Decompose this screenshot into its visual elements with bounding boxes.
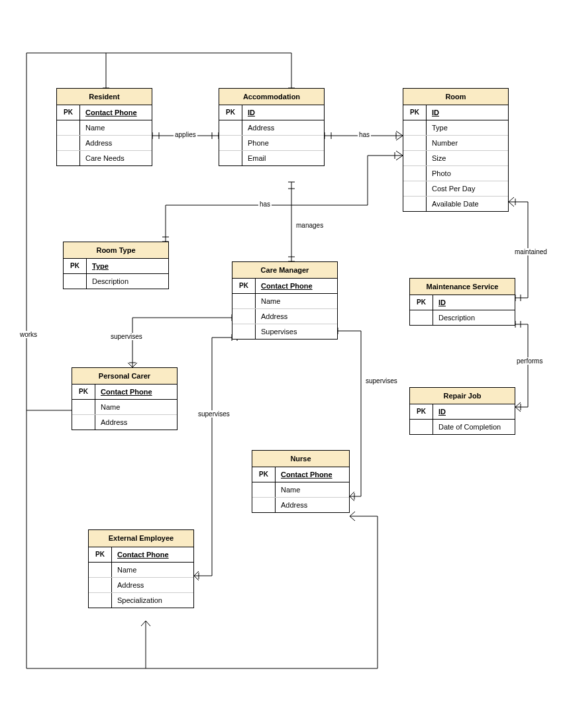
attr: Email [242, 151, 324, 165]
attr: Number [427, 136, 508, 150]
attr: Photo [427, 166, 508, 181]
pk-label: PK [252, 467, 276, 482]
entity-title: External Employee [89, 530, 193, 547]
attr: Size [427, 151, 508, 165]
pk-attr: Contact Phone [276, 467, 349, 482]
label-has: has [358, 131, 371, 138]
entity-title: Repair Job [410, 388, 515, 404]
pk-label: PK [89, 547, 112, 562]
svg-line-67 [350, 496, 354, 501]
svg-line-9 [396, 136, 403, 140]
svg-line-50 [128, 363, 132, 367]
pk-attr: Contact Phone [95, 385, 177, 399]
attr: Cost Per Day [427, 181, 508, 196]
entity-resident: Resident PK Contact Phone Name Address C… [56, 88, 152, 166]
entity-external-employee: External Employee PK Contact Phone Name … [88, 529, 194, 608]
entity-title: Resident [57, 89, 152, 105]
pk-attr: Contact Phone [256, 279, 337, 293]
svg-line-38 [515, 402, 521, 407]
entity-maintenance-service: Maintenance Service PK ID Description [409, 278, 515, 326]
entity-title: Personal Carer [72, 368, 177, 385]
svg-line-28 [509, 197, 514, 202]
attr: Name [256, 294, 337, 308]
svg-line-39 [515, 407, 521, 412]
attr: Available Date [427, 197, 508, 211]
svg-line-81 [350, 512, 355, 516]
attr: Date of Completion [433, 420, 515, 434]
svg-line-66 [350, 492, 354, 496]
attr: Description [87, 274, 168, 289]
entity-title: Nurse [252, 451, 349, 467]
pk-attr: ID [242, 105, 324, 120]
label-maintained: maintained [513, 248, 548, 255]
svg-line-17 [396, 156, 403, 160]
pk-attr: ID [427, 105, 508, 120]
svg-line-8 [396, 131, 403, 136]
pk-label: PK [410, 404, 433, 419]
attr: Address [276, 498, 349, 512]
svg-line-29 [509, 202, 514, 206]
entity-room: Room PK ID Type Number Size Photo Cost P… [403, 88, 509, 212]
attr: Address [112, 578, 193, 592]
svg-line-77 [146, 621, 150, 626]
attr: Address [256, 309, 337, 324]
entity-nurse: Nurse PK Contact Phone Name Address [252, 450, 350, 513]
label-supervises: supervises [364, 377, 399, 385]
attr: Name [112, 563, 193, 577]
entity-title: Maintenance Service [410, 279, 515, 295]
pk-label: PK [64, 259, 87, 273]
pk-attr: Contact Phone [80, 105, 152, 120]
svg-line-76 [141, 621, 146, 626]
pk-label: PK [219, 105, 242, 120]
pk-attr: ID [433, 404, 515, 419]
label-works: works [19, 331, 38, 338]
entity-repair-job: Repair Job PK ID Date of Completion [409, 387, 515, 435]
attr: Address [242, 120, 324, 135]
entity-title: Room Type [64, 242, 168, 259]
attr: Name [276, 482, 349, 497]
entity-personal-carer: Personal Carer PK Contact Phone Name Add… [72, 367, 178, 430]
svg-line-16 [396, 151, 403, 156]
pk-attr: Type [87, 259, 168, 273]
svg-line-59 [194, 576, 199, 580]
pk-label: PK [57, 105, 80, 120]
attr: Care Needs [80, 151, 152, 165]
label-supervises: supervises [109, 333, 144, 340]
entity-title: Care Manager [232, 262, 337, 279]
svg-line-58 [194, 571, 199, 576]
attr: Supervises [256, 324, 337, 339]
attr: Phone [242, 136, 324, 150]
label-supervises: supervises [197, 410, 231, 418]
attr: Specialization [112, 593, 193, 608]
attr: Address [95, 415, 177, 430]
attr: Description [433, 310, 515, 325]
label-applies: applies [174, 131, 197, 138]
attr: Address [80, 136, 152, 150]
entity-care-manager: Care Manager PK Contact Phone Name Addre… [232, 261, 338, 340]
pk-label: PK [232, 279, 256, 293]
label-manages: manages [295, 222, 325, 229]
pk-label: PK [403, 105, 427, 120]
attr: Type [427, 120, 508, 135]
svg-line-51 [132, 363, 137, 367]
label-performs: performs [515, 357, 544, 365]
attr: Name [80, 120, 152, 135]
svg-line-82 [350, 516, 355, 521]
pk-attr: ID [433, 295, 515, 310]
entity-room-type: Room Type PK Type Description [63, 242, 169, 289]
entity-title: Accommodation [219, 89, 324, 105]
entity-title: Room [403, 89, 508, 105]
entity-accommodation: Accommodation PK ID Address Phone Email [219, 88, 325, 166]
attr: Name [95, 400, 177, 414]
label-has: has [258, 201, 272, 208]
pk-label: PK [410, 295, 433, 310]
pk-label: PK [72, 385, 95, 399]
pk-attr: Contact Phone [112, 547, 193, 562]
